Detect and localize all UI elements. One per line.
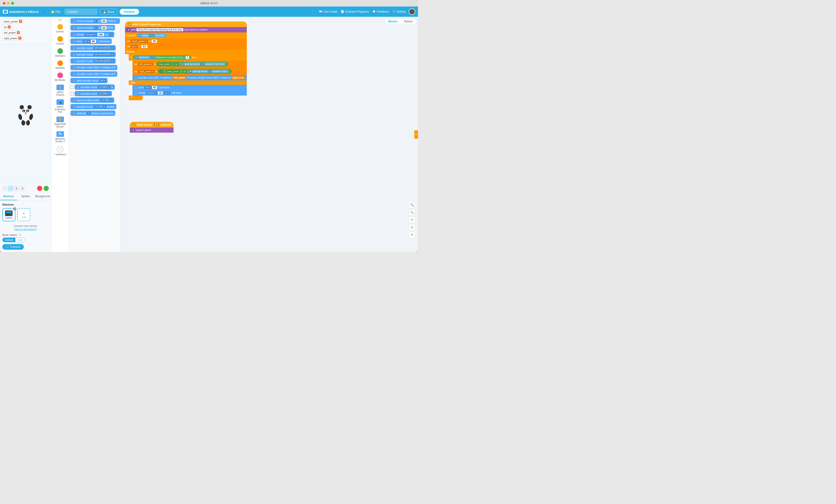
app-window: mBlock v5.4.3 makeblock | mBlock 🌐 📁 Fil… — [0, 0, 418, 252]
turns-left-else-block[interactable]: 🤖 turns left ▾ 90 ° until done — [132, 85, 247, 90]
control-label: Control — [56, 42, 64, 45]
forever-block[interactable]: forever — [125, 49, 247, 54]
panda-sprite — [14, 102, 37, 125]
wait-until-block[interactable]: wait until ■ button B ▾ pressed? — [125, 33, 247, 38]
device-cyberpi[interactable]: ✕ CyberPi — [2, 208, 15, 221]
cat-quadrgb[interactable]: 🎨 Quad RGB Sensor — [52, 115, 68, 129]
feedback-link[interactable]: 💬 Feedback — [372, 10, 389, 13]
block-moves-forward-cm[interactable]: 🤖 moves forward ▾ 100 cm ▾ — [71, 32, 114, 37]
connect-button[interactable]: 🔗 Connect — [2, 244, 24, 250]
block-checkbox-2[interactable] — [71, 92, 74, 95]
set-left-power-block[interactable]: set left_power ▾ to base_power - kp * — [132, 61, 247, 67]
live-mode-tab[interactable]: Live — [15, 238, 25, 242]
block-stop-encoder-motor[interactable]: 🤖 stop encoder motor all ▾ — [71, 78, 108, 83]
set-base-power-block[interactable]: set base_power ▾ to 30 — [125, 38, 247, 44]
cat-mbot2[interactable]: 🤖 mBot2 Chassis — [52, 83, 68, 97]
if-block-container: if 🔲 ultrasonic 2 1 ▾ distance to an obj… — [129, 54, 247, 100]
zoom-out-btn[interactable]: 🔍 — [408, 209, 415, 216]
example-programs-link[interactable]: 📑 Example Programs — [341, 10, 369, 13]
category-sidebar: IoT Events Control Operators Variables M… — [51, 17, 69, 252]
extension-icon: + — [57, 146, 63, 153]
print-block[interactable]: ■ print Press B to start line following … — [125, 27, 247, 33]
variable-kp[interactable]: kp 0 — [2, 25, 12, 29]
close-button[interactable] — [3, 2, 5, 5]
cat-variables[interactable]: Variables — [52, 59, 68, 71]
block-encoder-check-2[interactable]: 🤖 encoder motor (1) EM1 ▾ — [75, 91, 112, 96]
cat-extension[interactable]: + + extension — [52, 144, 68, 157]
block-encoder-motor-2[interactable]: 🤖 encoder motor left wheel(EM1) ▾ — [71, 52, 116, 57]
cat-mbot2ext[interactable]: 🔌 mBot2 Extension Port — [52, 98, 68, 115]
variables-label: Variables — [55, 67, 65, 69]
block-moves-forward-rpm-forever[interactable]: 🤖 moves forward ▾ at 50 RPM fo... — [71, 18, 120, 24]
add-device-btn[interactable]: + Add — [17, 208, 30, 221]
tab-sprites[interactable]: Sprites — [17, 193, 34, 200]
fit-view-btn[interactable]: ⊡ — [408, 224, 415, 231]
block-turns-left-degrees[interactable]: 🤖 turns left ▾ 90 ° until done — [71, 38, 112, 44]
view-expand-btn[interactable]: ⤢ — [2, 186, 7, 191]
user-avatar[interactable] — [408, 8, 415, 15]
moves-forward-15-block[interactable]: 🤖 moves forward ▾ 15 cm ▾ until done — [132, 90, 247, 96]
block-encoder-motor-em1-rotates-2[interactable]: 🤖 encoder motor EM1 ↺ rotates at 5 — [71, 71, 117, 77]
block-row-13: 🤖 reset encoder motor (1) EM1 ▾ — [71, 97, 119, 103]
how-to-link[interactable]: How to use device? — [3, 228, 48, 231]
cat-events[interactable]: Events — [52, 23, 68, 34]
else-block: else — [129, 80, 247, 85]
tab-background[interactable]: Background — [34, 193, 51, 200]
canvas-area[interactable]: Blocks Python </> ■ when CyberPi starts … — [120, 17, 418, 252]
upload-mode-tab[interactable]: Upload — [3, 238, 15, 242]
svg-point-10 — [25, 112, 26, 114]
publish-button[interactable]: Publish — [120, 9, 139, 15]
cat-myblocks[interactable]: My Blocks — [52, 71, 68, 83]
block-row-8: 🤖 encoder motor EM1 ↺ rotates at 5 — [71, 65, 119, 70]
maximize-button[interactable] — [11, 2, 14, 5]
project-name-input[interactable] — [64, 9, 97, 15]
stop-button[interactable] — [37, 186, 42, 191]
devices-panel: Devices ✕ CyberPi + Add Connect your dev… — [0, 200, 51, 252]
cat-ultrasonic[interactable]: 📡 Ultrasonic Sensor 2 — [52, 130, 68, 144]
globe-icon-btn[interactable]: 🌐 — [41, 9, 47, 15]
hat-block-cyberpi-starts[interactable]: ■ when CyberPi starts up — [125, 21, 247, 27]
python-tab[interactable]: Python — [401, 19, 416, 24]
connect-label: Connect — [10, 245, 20, 249]
set-kp-block[interactable]: set kp ▾ to 0.5 — [125, 44, 247, 49]
user-guide-link[interactable]: 📖 User Guide — [319, 10, 338, 13]
restart-cyberpi-block[interactable]: ■ restart CyberPi — [130, 128, 174, 133]
save-button[interactable]: 💾 Save — [100, 9, 117, 15]
second-code-stack: ■ when button A ▾ pressed ■ restart Cybe… — [130, 122, 174, 133]
setting-link[interactable]: ⚙️ Setting — [392, 10, 405, 13]
set-right-power-block[interactable]: set right_power ▾ to -1 * base_power + — [132, 67, 247, 75]
encoder-motor-left-power-block[interactable]: 🤖 encoder motor EM1 ↺ rotates at left_po… — [132, 75, 247, 80]
block-row-2: 🤖 moves forward ▾ at 50 RPM — [71, 25, 119, 31]
view-detail-btn[interactable]: ⊟ — [20, 186, 25, 191]
feedback-icon: 💬 — [372, 10, 376, 13]
block-encoder-motor-3[interactable]: 🤖 encoder motor left wheel(EM1) ▾ — [71, 58, 116, 64]
hat-block-button-a[interactable]: ■ when button A ▾ pressed — [130, 122, 174, 128]
block-reset-encoder[interactable]: 🤖 reset encoder motor (1) EM1 ▾ — [71, 97, 114, 103]
block-calibrate[interactable]: 🤖 calibrate ▾ chassis parameters — [71, 111, 115, 116]
view-list-btn[interactable]: ☰ — [14, 186, 19, 191]
code-panel-toggle[interactable]: </> — [414, 130, 418, 139]
if-block[interactable]: if 🔲 ultrasonic 2 1 ▾ distance to an obj… — [129, 54, 247, 61]
variable-left-power[interactable]: left_power 0 — [2, 30, 21, 35]
view-grid-btn[interactable]: ⊞ — [8, 186, 13, 191]
block-encoder-motor-em1-rotates[interactable]: 🤖 encoder motor EM1 ↺ rotates at 5 — [71, 65, 117, 70]
equals-btn[interactable]: = — [408, 232, 415, 238]
reset-view-btn[interactable]: ↺ — [408, 217, 415, 223]
minimize-button[interactable] — [7, 2, 10, 5]
run-button[interactable] — [44, 186, 49, 191]
device-close-btn[interactable]: ✕ — [13, 207, 16, 211]
cat-control[interactable]: Control — [52, 35, 68, 46]
blocks-tab[interactable]: Blocks — [385, 19, 400, 24]
block-encoder-enable[interactable]: 🤖 encoder motor (1) EM1 ▾ enable — [71, 104, 116, 109]
cat-operators[interactable]: Operators — [52, 47, 68, 59]
save-label: Save — [107, 10, 114, 14]
block-moves-forward-rpm[interactable]: 🤖 moves forward ▾ at 50 RPM — [71, 25, 115, 31]
block-checkbox-1[interactable] — [71, 85, 74, 89]
variable-base-power[interactable]: base_power 0 — [2, 19, 24, 23]
block-encoder-motor-1[interactable]: 🤖 encoder motor left wheel(EM1) ▾ — [71, 45, 116, 51]
file-menu-button[interactable]: 📁 File — [49, 9, 62, 15]
block-encoder-check-1[interactable]: 🤖 encoder motor (1) EM1 ▾ 's — [75, 84, 115, 90]
variable-right-power[interactable]: right_power 0 — [2, 36, 23, 40]
zoom-in-btn[interactable]: 🔍 — [408, 202, 415, 208]
tab-devices[interactable]: Devices — [0, 193, 17, 200]
